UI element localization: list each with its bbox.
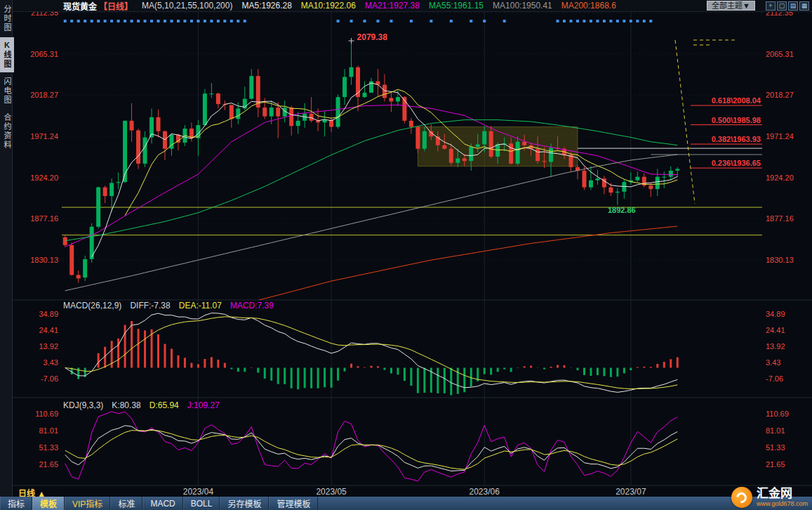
svg-text:21.65: 21.65 bbox=[766, 460, 785, 469]
indicator-value-label: K:80.38 bbox=[112, 400, 140, 410]
tab-save-template[interactable]: 另存模板 bbox=[220, 497, 269, 510]
tab-macd[interactable]: MACD bbox=[142, 497, 182, 510]
svg-text:34.89: 34.89 bbox=[766, 310, 785, 318]
svg-text:34.89: 34.89 bbox=[39, 310, 58, 318]
svg-text:2018.27: 2018.27 bbox=[30, 91, 58, 99]
svg-text:1924.20: 1924.20 bbox=[30, 174, 58, 182]
single-view-icon[interactable]: ▢ bbox=[777, 1, 787, 11]
svg-text:13.92: 13.92 bbox=[766, 342, 785, 351]
add-panel-icon[interactable]: + bbox=[766, 1, 776, 11]
sidebar-tab-tick-chart[interactable]: 闪电图 bbox=[0, 74, 14, 108]
ma-value: MA10:1922.06 bbox=[301, 1, 356, 11]
svg-text:81.01: 81.01 bbox=[39, 426, 58, 435]
svg-text:24.41: 24.41 bbox=[766, 326, 785, 334]
svg-text:-7.06: -7.06 bbox=[766, 374, 783, 383]
svg-text:0.382\1963.93: 0.382\1963.93 bbox=[712, 135, 761, 143]
x-axis-label: 2023/06 bbox=[470, 487, 500, 497]
indicator-value-label: KDJ(9,3,3) bbox=[63, 400, 103, 410]
indicator-value-label: MACD:7.39 bbox=[230, 301, 274, 310]
symbol-name: 现货黄金 bbox=[63, 0, 97, 12]
ma-value: MA200:1868.6 bbox=[561, 1, 616, 11]
svg-text:110.69: 110.69 bbox=[766, 410, 789, 418]
svg-text:24.41: 24.41 bbox=[39, 326, 58, 334]
app-window: 0.618\2008.040.500\1985.980.382\1963.930… bbox=[0, 0, 812, 510]
tab-vip-indicators[interactable]: VIP指标 bbox=[65, 497, 110, 510]
indicator-value-label: DEA:-11.07 bbox=[179, 301, 222, 310]
site-logo: 汇金网 www.gold678.com bbox=[731, 487, 808, 508]
site-name: 汇金网 bbox=[757, 488, 808, 500]
svg-text:0.236\1936.65: 0.236\1936.65 bbox=[712, 159, 761, 167]
ma-group-label: MA(5,10,21,55,100,200) bbox=[142, 1, 232, 11]
x-axis-label: 2023/04 bbox=[183, 487, 214, 497]
ma-value: MA21:1927.38 bbox=[365, 1, 420, 11]
svg-text:1830.13: 1830.13 bbox=[30, 256, 58, 264]
svg-text:2018.27: 2018.27 bbox=[766, 91, 794, 99]
svg-text:0.500\1985.98: 0.500\1985.98 bbox=[712, 116, 761, 124]
indicator-value-label: MACD(26,12,9) bbox=[63, 301, 121, 310]
ma-value: MA100:1950.41 bbox=[493, 1, 552, 11]
period-tag: 【日线】 bbox=[99, 0, 133, 12]
svg-text:21.65: 21.65 bbox=[39, 460, 58, 469]
split-rows-icon[interactable]: ▤ bbox=[788, 1, 798, 11]
svg-text:2065.31: 2065.31 bbox=[30, 50, 58, 58]
tab-standard[interactable]: 标准 bbox=[110, 497, 142, 510]
ma-value: MA55:1961.15 bbox=[429, 1, 484, 11]
indicator-value-label: J:109.27 bbox=[187, 400, 220, 410]
svg-text:0.618\2008.04: 0.618\2008.04 bbox=[712, 96, 761, 105]
svg-text:1877.16: 1877.16 bbox=[30, 214, 58, 223]
bottom-tabbar: 指标模板VIP指标标准MACDBOLL另存模板管理模板 bbox=[0, 497, 812, 510]
svg-text:1877.16: 1877.16 bbox=[766, 214, 794, 223]
svg-text:1971.24: 1971.24 bbox=[30, 132, 58, 140]
svg-text:2079.38: 2079.38 bbox=[357, 32, 388, 42]
ma-values: MA5:1926.28MA10:1922.06MA21:1927.38MA55:… bbox=[241, 1, 615, 11]
chart-canvas[interactable]: 0.618\2008.040.500\1985.980.382\1963.930… bbox=[0, 0, 812, 510]
svg-text:51.33: 51.33 bbox=[766, 443, 785, 452]
sidebar-tab-contract-info[interactable]: 合约资料 bbox=[0, 110, 14, 153]
huijin-logo-icon bbox=[731, 487, 752, 508]
sidebar-tab-kline-chart[interactable]: K线图 bbox=[0, 37, 14, 72]
svg-text:1892.86: 1892.86 bbox=[608, 206, 636, 214]
grid-view-icon[interactable]: ▦ bbox=[799, 1, 809, 11]
x-axis-label: 2023/07 bbox=[615, 487, 646, 497]
chart-header: 现货黄金 【日线】 MA(5,10,21,55,100,200) MA5:192… bbox=[13, 0, 812, 12]
svg-text:110.69: 110.69 bbox=[35, 410, 58, 418]
svg-text:3.43: 3.43 bbox=[766, 358, 780, 367]
site-url: www.gold678.com bbox=[757, 500, 808, 507]
tab-templates[interactable]: 模板 bbox=[32, 497, 65, 510]
svg-text:-7.06: -7.06 bbox=[41, 374, 58, 383]
macd-indicator-header: MACD(26,12,9)DIFF:-7.38DEA:-11.07MACD:7.… bbox=[63, 301, 274, 310]
svg-text:3.43: 3.43 bbox=[44, 358, 58, 367]
tab-manage-template[interactable]: 管理模板 bbox=[269, 497, 318, 510]
tab-boll[interactable]: BOLL bbox=[183, 497, 220, 510]
ma-value: MA5:1926.28 bbox=[241, 1, 291, 11]
theme-selector-button[interactable]: 全部主题▼ bbox=[707, 1, 755, 11]
x-axis-label: 2023/05 bbox=[316, 487, 347, 497]
sidebar-tab-time-chart[interactable]: 分时图 bbox=[0, 1, 14, 36]
svg-text:1971.24: 1971.24 bbox=[766, 132, 794, 140]
svg-text:2065.31: 2065.31 bbox=[766, 50, 794, 58]
left-sidebar: 分时图K线图闪电图合约资料 bbox=[0, 0, 13, 510]
svg-text:51.33: 51.33 bbox=[39, 443, 58, 452]
kdj-indicator-header: KDJ(9,3,3)K:80.38D:65.94J:109.27 bbox=[63, 400, 220, 410]
indicator-value-label: D:65.94 bbox=[149, 400, 179, 410]
svg-text:1830.13: 1830.13 bbox=[766, 256, 794, 264]
indicator-value-label: DIFF:-7.38 bbox=[130, 301, 170, 310]
svg-text:81.01: 81.01 bbox=[766, 426, 785, 435]
window-controls: +▢▤▦ bbox=[766, 1, 809, 11]
svg-text:1924.20: 1924.20 bbox=[766, 174, 794, 182]
tab-indicators[interactable]: 指标 bbox=[0, 497, 32, 510]
svg-text:13.92: 13.92 bbox=[39, 342, 58, 351]
